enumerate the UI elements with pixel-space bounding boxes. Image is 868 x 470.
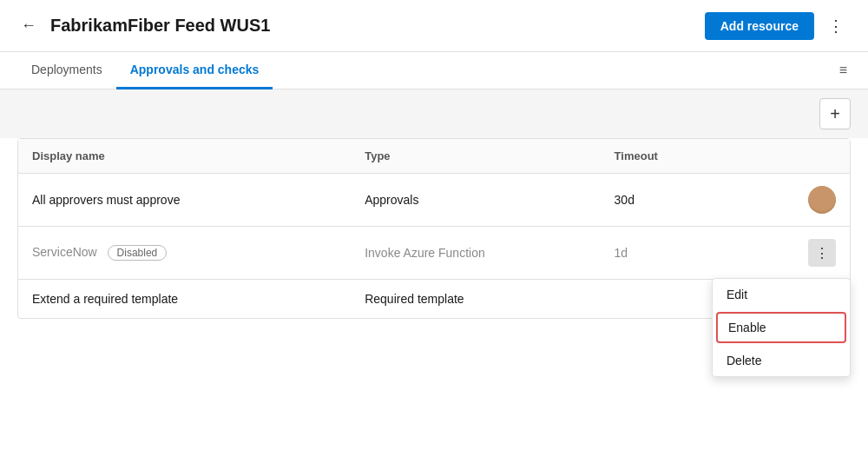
cell-action [766,174,850,227]
header-more-button[interactable]: ⋮ [821,13,851,39]
col-header-type: Type [351,139,600,174]
header-right: Add resource ⋮ [705,12,851,40]
col-header-display-name: Display name [18,139,351,174]
page-container: ← FabrikamFiber Feed WUS1 Add resource ⋮… [0,0,868,470]
page-title: FabrikamFiber Feed WUS1 [50,16,270,36]
toolbar-area: + [0,89,868,138]
cell-type: Approvals [351,174,600,227]
tabs-bar: Deployments Approvals and checks ≡ [0,52,868,89]
add-icon: + [830,104,840,124]
row-actions [780,186,836,214]
cell-action: ⋮ [766,227,850,280]
back-icon: ← [21,17,36,35]
table-header-row: Display name Type Timeout [18,139,850,174]
header: ← FabrikamFiber Feed WUS1 Add resource ⋮ [0,0,868,52]
filter-icon: ≡ [839,63,847,78]
cell-display-name: Extend a required template [18,280,351,319]
cell-display-name: All approvers must approve [18,174,351,227]
context-menu: Edit Enable Delete [712,278,851,377]
avatar-face [808,186,836,214]
col-header-action [766,139,850,174]
cell-timeout: 1d [601,227,767,280]
service-now-name: ServiceNow [32,245,97,259]
cell-type: Invoke Azure Function [351,227,600,280]
table-row: ServiceNow Disabled Invoke Azure Functio… [18,227,850,280]
cell-type: Required template [351,280,600,319]
header-more-icon: ⋮ [828,17,844,36]
add-check-button[interactable]: + [819,98,851,129]
back-button[interactable]: ← [17,13,40,38]
menu-item-enable[interactable]: Enable [716,312,846,343]
cell-timeout: 30d [601,174,767,227]
disabled-badge: Disabled [108,245,168,261]
table-row: All approvers must approve Approvals 30d [18,174,850,227]
row-more-button[interactable]: ⋮ [808,239,836,267]
tab-approvals[interactable]: Approvals and checks [116,52,273,89]
header-left: ← FabrikamFiber Feed WUS1 [17,13,270,38]
add-resource-button[interactable]: Add resource [705,12,814,40]
menu-item-edit[interactable]: Edit [713,279,850,310]
filter-button[interactable]: ≡ [836,59,851,82]
avatar [808,186,836,214]
cell-display-name: ServiceNow Disabled [18,227,351,280]
col-header-timeout: Timeout [601,139,767,174]
tabs-list: Deployments Approvals and checks [17,52,273,89]
tab-deployments[interactable]: Deployments [17,52,116,89]
row-more-icon: ⋮ [815,245,829,261]
menu-item-delete[interactable]: Delete [713,345,850,376]
row-actions: ⋮ [780,239,836,267]
